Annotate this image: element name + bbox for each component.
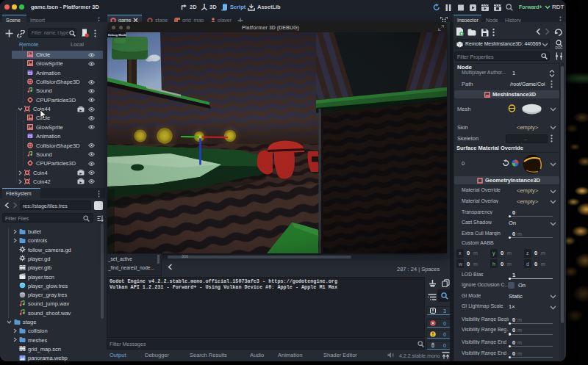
svg-text:DOC: DOC — [556, 46, 564, 49]
